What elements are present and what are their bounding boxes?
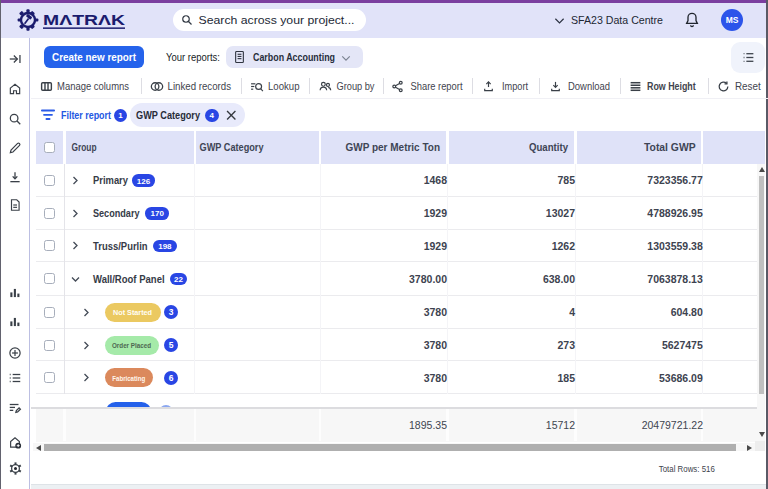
svg-text:604.80: 604.80	[671, 306, 703, 318]
svg-text:Primary: Primary	[93, 174, 129, 186]
svg-text:Group by: Group by	[337, 80, 376, 92]
svg-text:273: 273	[557, 339, 575, 351]
svg-text:Truss/Purlin: Truss/Purlin	[93, 240, 148, 252]
svg-text:7323356.77: 7323356.77	[647, 174, 703, 186]
svg-text:Wall/Roof Panel: Wall/Roof Panel	[93, 273, 165, 285]
svg-text:7063878.13: 7063878.13	[647, 273, 703, 285]
svg-text:Linked records: Linked records	[168, 80, 232, 92]
svg-text:Reset: Reset	[735, 80, 761, 92]
svg-text:1303559.38: 1303559.38	[647, 240, 703, 252]
svg-text:Total Rows: 516: Total Rows: 516	[659, 463, 715, 474]
svg-text:1262: 1262	[552, 240, 576, 252]
svg-text:3780: 3780	[424, 339, 448, 351]
svg-text:4788926.95: 4788926.95	[647, 207, 703, 219]
svg-text:Manage columns: Manage columns	[57, 80, 129, 92]
svg-text:Row Height: Row Height	[647, 80, 696, 92]
svg-text:185: 185	[557, 372, 575, 384]
svg-text:3780: 3780	[424, 372, 448, 384]
svg-text:Share report: Share report	[411, 80, 463, 92]
svg-text:Your reports:: Your reports:	[166, 51, 220, 63]
svg-text:53686.09: 53686.09	[659, 372, 703, 384]
svg-text:1929: 1929	[424, 207, 448, 219]
svg-text:Secondary: Secondary	[93, 207, 140, 219]
svg-text:1468: 1468	[424, 174, 448, 186]
svg-text:5627475: 5627475	[662, 339, 703, 351]
svg-text:785: 785	[557, 174, 575, 186]
svg-text:3780.00: 3780.00	[409, 273, 447, 285]
svg-text:13027: 13027	[546, 207, 575, 219]
svg-text:Lookup: Lookup	[268, 80, 300, 92]
svg-text:MΛTRΛK: MΛTRΛK	[43, 12, 126, 28]
svg-text:Download: Download	[568, 80, 610, 92]
svg-text:Filter report: Filter report	[61, 109, 111, 121]
svg-text:1929: 1929	[424, 240, 448, 252]
svg-text:Import: Import	[502, 80, 528, 92]
svg-text:638.00: 638.00	[543, 273, 575, 285]
svg-text:3780: 3780	[424, 306, 448, 318]
